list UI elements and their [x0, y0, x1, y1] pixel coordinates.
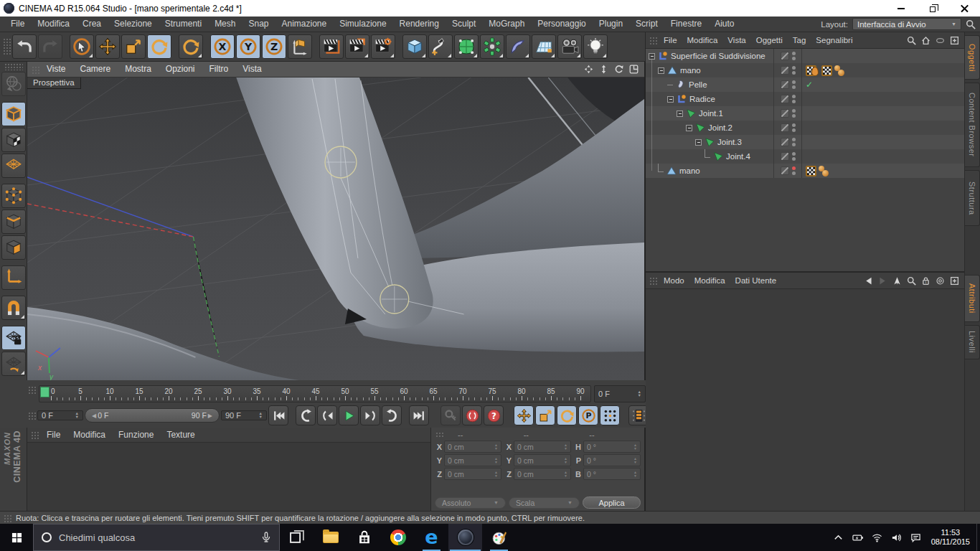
visibility-dots[interactable]	[792, 166, 796, 175]
workplane-mode-menu-button[interactable]	[1, 352, 26, 376]
task-view-taskbar-button[interactable]	[280, 524, 314, 551]
range-right-arrow-icon[interactable]: ▶	[207, 413, 214, 419]
tree-row-joint-2[interactable]: Joint.2	[646, 121, 964, 135]
attribute-manager-content[interactable]	[646, 288, 964, 511]
menu-item-animazione[interactable]: Animazione	[275, 17, 334, 32]
previous-frame-button[interactable]	[317, 405, 337, 425]
filter-icon[interactable]	[936, 36, 945, 45]
render-to-picture-viewer-button[interactable]	[345, 34, 369, 59]
visibility-dots[interactable]	[792, 80, 796, 89]
menu-item-selezione[interactable]: Selezione	[108, 17, 159, 32]
tab-content-browser[interactable]: Content Browser	[965, 83, 980, 167]
key-rotation-button[interactable]	[557, 405, 577, 425]
render-toggle-icon[interactable]	[781, 66, 789, 75]
render-toggle-icon[interactable]	[781, 166, 789, 175]
cortana-search-box[interactable]: Chiedimi qualcosa	[33, 524, 280, 551]
menu-item-crea[interactable]: Crea	[76, 17, 108, 32]
tree-collapse-toggle[interactable]	[695, 139, 702, 146]
key-point-level-animation-button[interactable]	[600, 405, 620, 425]
lock-y-axis-button[interactable]: Y	[236, 34, 260, 59]
visibility-cell[interactable]	[773, 135, 802, 149]
toolbar-grip[interactable]	[4, 63, 23, 70]
wifi-icon[interactable]	[868, 527, 886, 548]
tree-collapse-toggle[interactable]	[677, 110, 683, 117]
texture-tag-icon[interactable]	[821, 65, 832, 76]
visibility-dot-red[interactable]	[792, 166, 796, 170]
tree-row-radice[interactable]: Radice	[646, 92, 964, 106]
toolbar-grip[interactable]	[27, 411, 36, 420]
visibility-dots[interactable]	[792, 152, 796, 161]
toolbar-grip[interactable]	[30, 430, 39, 439]
timeline-ruler[interactable]: 051015202530354045505560657075808590	[39, 385, 591, 402]
toolbar-grip[interactable]	[3, 514, 11, 522]
key-parameter-button[interactable]: P	[578, 405, 598, 425]
add-deformer-button[interactable]	[506, 34, 530, 59]
cinema4d-taskbar-button[interactable]	[448, 524, 482, 551]
windows-store-taskbar-button[interactable]	[347, 524, 381, 551]
orbit-icon[interactable]	[614, 65, 623, 74]
menu-item-simulazione[interactable]: Simulazione	[333, 17, 392, 32]
make-editable-button[interactable]	[1, 72, 26, 96]
rotate-tool-button[interactable]	[147, 34, 171, 59]
goto-end-button[interactable]	[409, 405, 429, 425]
menu-item-strumenti[interactable]: Strumenti	[159, 17, 208, 32]
toolbar-grip[interactable]	[27, 385, 36, 394]
phong-tag-icon[interactable]	[834, 65, 845, 76]
toggle-views-icon[interactable]	[629, 65, 639, 74]
object-manager-menu-vista[interactable]: Vista	[722, 33, 750, 48]
menu-item-plugin[interactable]: Plugin	[593, 17, 629, 32]
microphone-icon[interactable]	[260, 532, 272, 543]
menu-item-snap[interactable]: Snap	[242, 17, 275, 32]
show-desktop-button[interactable]	[976, 524, 980, 551]
current-frame-spinner[interactable]: 0 F ▲▼	[37, 410, 83, 420]
timeline-panel-menu-texture[interactable]: Texture	[160, 428, 201, 443]
add-light-button[interactable]	[583, 34, 608, 59]
object-name-cell[interactable]: Pelle	[646, 77, 773, 92]
play-button[interactable]	[339, 405, 359, 425]
add-tab-icon[interactable]	[950, 276, 959, 286]
volume-icon[interactable]	[887, 527, 905, 548]
spinner-arrows-icon[interactable]: ▲▼	[259, 412, 263, 419]
object-name-cell[interactable]: Superficie di Suddivisione	[646, 49, 773, 63]
tree-row-mano[interactable]: mano	[646, 164, 964, 178]
menu-item-sculpt[interactable]: Sculpt	[446, 17, 482, 32]
add-spline-button[interactable]	[428, 34, 453, 59]
menu-item-rendering[interactable]: Rendering	[393, 17, 446, 32]
texture-mode-button[interactable]	[1, 128, 26, 152]
visibility-dot-gray[interactable]	[792, 100, 796, 103]
edge-taskbar-button[interactable]: e	[415, 524, 448, 551]
tab-oggetti[interactable]: Oggetti	[965, 35, 980, 80]
range-left-arrow-icon[interactable]: ◀	[90, 413, 98, 419]
pan-icon[interactable]	[584, 65, 593, 74]
visibility-dots[interactable]	[792, 66, 796, 75]
visibility-cell[interactable]	[773, 106, 802, 121]
toolbar-grip[interactable]	[2, 37, 11, 56]
menu-item-script[interactable]: Script	[629, 17, 664, 32]
frame-range-slider[interactable]: ◀ 0 F 90 F ▶	[85, 408, 220, 423]
render-settings-button[interactable]	[371, 34, 395, 59]
menu-item-personaggio[interactable]: Personaggio	[531, 17, 592, 32]
visibility-dots[interactable]	[792, 95, 796, 103]
layout-dropdown[interactable]: Interfaccia di Avvio ▼	[852, 18, 961, 30]
visibility-cell[interactable]	[773, 77, 802, 92]
timeline-panel-menu-funzione[interactable]: Funzione	[112, 428, 160, 443]
visibility-dot-gray[interactable]	[792, 85, 796, 89]
render-toggle-icon[interactable]	[781, 152, 789, 161]
render-toggle-icon[interactable]	[781, 52, 789, 60]
add-tab-icon[interactable]	[950, 36, 959, 45]
visibility-dot-gray[interactable]	[792, 52, 796, 55]
render-toggle-icon[interactable]	[781, 95, 789, 103]
tree-row-joint-4[interactable]: Joint.4	[646, 149, 964, 164]
search-icon[interactable]	[966, 19, 976, 29]
tree-collapse-toggle[interactable]	[649, 53, 655, 60]
render-toggle-icon[interactable]	[781, 138, 789, 146]
visibility-dot-gray[interactable]	[792, 57, 796, 60]
timeline-playhead[interactable]	[40, 387, 50, 397]
move-tool-button[interactable]	[95, 34, 120, 59]
start-button[interactable]	[0, 524, 33, 551]
timeline-panel-content[interactable]	[27, 443, 430, 511]
next-key-button[interactable]	[382, 405, 402, 425]
lock-z-axis-button[interactable]: Z	[262, 34, 286, 59]
apply-button[interactable]: Applica	[583, 496, 641, 509]
key-position-button[interactable]	[514, 405, 534, 425]
